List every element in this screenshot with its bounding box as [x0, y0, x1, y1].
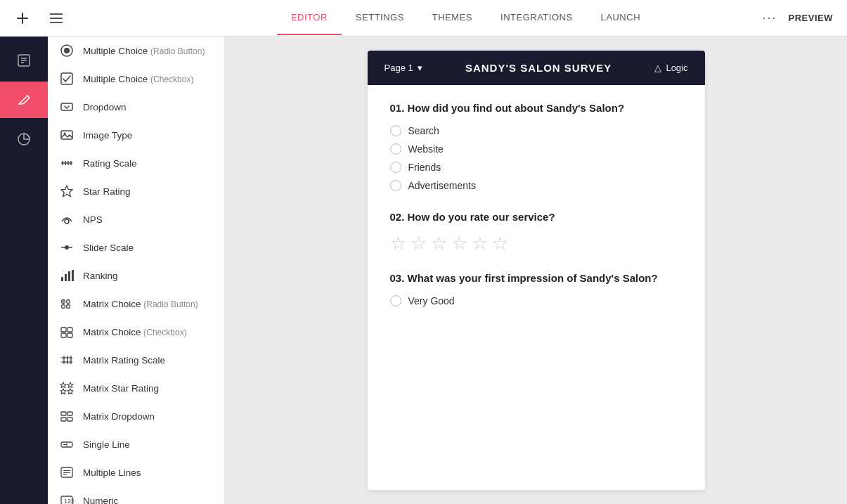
star-5[interactable]: ☆: [472, 234, 488, 252]
sidebar-label-multiple-choice-checkbox: Multiple Choice (Checkbox): [83, 74, 193, 84]
page-chevron-icon: ▾: [418, 63, 422, 73]
sidebar-label-matrix-choice-radio: Matrix Choice (Radio Button): [83, 299, 198, 309]
svg-marker-46: [67, 389, 73, 394]
icon-bar-editor[interactable]: [0, 82, 48, 118]
more-options-button[interactable]: ···: [763, 11, 777, 25]
tab-settings[interactable]: SETTINGS: [342, 1, 418, 35]
sidebar-item-matrix-rating-scale[interactable]: Matrix Rating Scale: [48, 346, 224, 374]
sidebar-item-rating-scale[interactable]: Rating Scale: [48, 149, 224, 177]
sidebar-item-matrix-dropdown[interactable]: Matrix Dropdown: [48, 402, 224, 430]
svg-point-30: [63, 301, 64, 302]
top-nav-tabs: EDITOR SETTINGS THEMES INTEGRATIONS LAUN…: [225, 1, 706, 35]
sidebar-label-star-rating: Star Rating: [83, 186, 131, 197]
dropdown-icon: [59, 99, 75, 115]
sidebar-item-nps[interactable]: NPS: [48, 205, 224, 233]
matrix-star-rating-icon: [59, 380, 75, 396]
top-nav: EDITOR SETTINGS THEMES INTEGRATIONS LAUN…: [0, 0, 847, 37]
option-label-friends: Friends: [408, 162, 441, 173]
slider-scale-icon: [59, 240, 75, 255]
logic-button[interactable]: △ Logic: [654, 63, 687, 73]
star-6[interactable]: ☆: [492, 234, 508, 252]
sidebar-label-matrix-rating-scale: Matrix Rating Scale: [83, 355, 165, 366]
sidebar-item-image-type[interactable]: Image Type: [48, 121, 224, 149]
logic-icon: △: [654, 63, 661, 73]
preview-button[interactable]: PREVIEW: [789, 13, 833, 23]
svg-rect-50: [67, 418, 72, 421]
radio-button-icon: [59, 43, 75, 58]
sidebar-item-matrix-choice-radio[interactable]: Matrix Choice (Radio Button): [48, 290, 224, 318]
survey-title: SANDY'S SALON SURVEY: [465, 62, 612, 74]
sidebar-label-matrix-choice-checkbox: Matrix Choice (Checkbox): [83, 327, 187, 337]
svg-point-24: [65, 245, 69, 250]
svg-rect-34: [61, 328, 66, 332]
main-layout: Multiple Choice (Radio Button) Multiple …: [0, 37, 847, 504]
option-website[interactable]: Website: [390, 143, 683, 155]
radio-very-good: [390, 295, 401, 306]
svg-rect-48: [67, 412, 72, 415]
main-content: Page 1 ▾ SANDY'S SALON SURVEY △ Logic 01…: [225, 37, 847, 504]
icon-bar-analytics[interactable]: [0, 121, 48, 157]
svg-point-31: [67, 300, 70, 304]
sidebar-label-rating-scale: Rating Scale: [83, 158, 137, 169]
star-2[interactable]: ☆: [410, 234, 427, 252]
single-line-icon: [59, 437, 75, 452]
sidebar-item-multiple-choice-checkbox[interactable]: Multiple Choice (Checkbox): [48, 65, 224, 93]
sidebar-item-star-rating[interactable]: Star Rating: [48, 177, 224, 205]
svg-marker-21: [61, 186, 72, 197]
survey-header: Page 1 ▾ SANDY'S SALON SURVEY △ Logic: [368, 51, 705, 85]
sidebar-item-slider-scale[interactable]: Slider Scale: [48, 233, 224, 261]
svg-text:123: 123: [64, 498, 74, 504]
icon-bar-forms[interactable]: [0, 42, 48, 79]
star-1[interactable]: ☆: [390, 234, 406, 252]
sidebar-item-matrix-choice-checkbox[interactable]: Matrix Choice (Checkbox): [48, 318, 224, 346]
star-rating-row[interactable]: ☆ ☆ ☆ ☆ ☆ ☆: [390, 234, 683, 252]
sidebar-label-matrix-dropdown: Matrix Dropdown: [83, 411, 155, 422]
matrix-choice-checkbox-icon: [59, 324, 75, 340]
sidebar-label-slider-scale: Slider Scale: [83, 243, 134, 253]
question-3-text: 03. What was your first impression of Sa…: [390, 272, 683, 284]
tab-themes[interactable]: THEMES: [418, 1, 486, 35]
svg-rect-28: [72, 270, 74, 281]
numeric-icon: 123: [59, 493, 75, 504]
tab-integrations[interactable]: INTEGRATIONS: [486, 1, 587, 35]
logic-label: Logic: [666, 63, 687, 73]
option-friends[interactable]: Friends: [390, 162, 683, 173]
option-label-advertisements: Advertisements: [408, 180, 476, 191]
sidebar-item-multiple-choice-radio[interactable]: Multiple Choice (Radio Button): [48, 37, 224, 65]
option-search[interactable]: Search: [390, 125, 683, 136]
add-button[interactable]: [11, 7, 34, 30]
sidebar-label-numeric: Numeric: [83, 496, 118, 505]
question-1-text: 01. How did you find out about Sandy's S…: [390, 102, 683, 114]
svg-rect-26: [65, 274, 67, 281]
matrix-choice-radio-icon: [59, 296, 75, 311]
tab-editor[interactable]: EDITOR: [277, 1, 342, 35]
sidebar-item-ranking[interactable]: Ranking: [48, 261, 224, 290]
icon-bar: [0, 37, 48, 504]
radio-friends: [390, 162, 401, 173]
sidebar-label-single-line: Single Line: [83, 439, 130, 450]
svg-point-32: [62, 305, 65, 309]
star-4[interactable]: ☆: [451, 234, 467, 252]
svg-point-11: [64, 48, 70, 53]
ranking-icon: [59, 268, 75, 283]
sidebar-item-dropdown[interactable]: Dropdown: [48, 93, 224, 121]
tab-launch[interactable]: LAUNCH: [587, 1, 654, 35]
option-very-good[interactable]: Very Good: [390, 295, 683, 306]
radio-website: [390, 143, 401, 155]
menu-button[interactable]: [45, 7, 67, 30]
svg-rect-49: [61, 418, 66, 421]
svg-rect-13: [61, 103, 72, 110]
sidebar-item-numeric[interactable]: 123 Numeric: [48, 486, 224, 504]
page-selector[interactable]: Page 1 ▾: [384, 63, 422, 73]
question-2: 02. How do you rate our service? ☆ ☆ ☆ ☆…: [390, 211, 683, 252]
sidebar-item-multiple-lines[interactable]: Multiple Lines: [48, 458, 224, 486]
svg-rect-27: [68, 271, 70, 281]
sidebar-item-single-line[interactable]: Single Line: [48, 430, 224, 458]
sidebar-item-matrix-star-rating[interactable]: Matrix Star Rating: [48, 374, 224, 402]
option-advertisements[interactable]: Advertisements: [390, 180, 683, 191]
svg-rect-47: [61, 412, 66, 415]
top-nav-right: ··· PREVIEW: [706, 11, 847, 25]
svg-rect-36: [61, 333, 66, 337]
star-3[interactable]: ☆: [431, 234, 447, 252]
matrix-rating-scale-icon: [59, 352, 75, 368]
